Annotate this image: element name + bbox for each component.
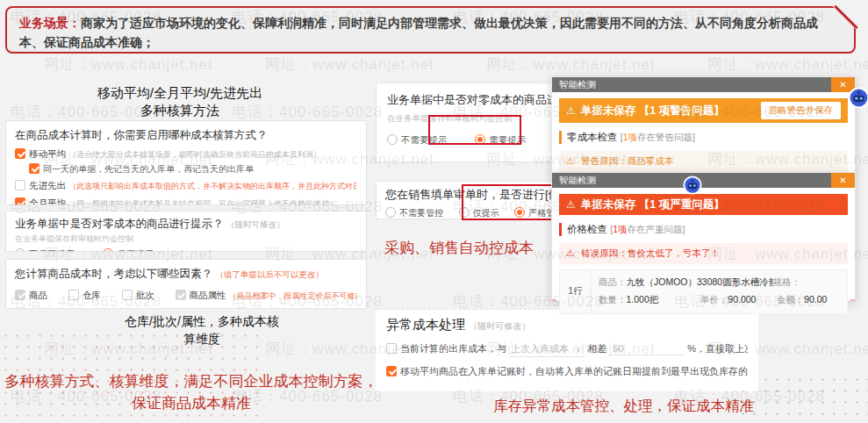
annotation-dimensions-line1: 仓库/批次/属性，多种成本核 bbox=[79, 313, 325, 331]
warning-count: 1项 bbox=[623, 132, 637, 142]
abnormal-row1-text1: 当前计算的出库成本，与 bbox=[400, 343, 506, 354]
difference-percent-input[interactable]: 50 bbox=[609, 343, 685, 355]
scenario-label: 业务场景： bbox=[19, 16, 81, 30]
warning-reason-box: ⚠ 警告原因：商品零成本 bbox=[559, 151, 848, 172]
option-moving-average[interactable]: 移动平均 （适合绝大部分成本核算场景，能即时准确反映当前商品的成本及利润） bbox=[15, 148, 357, 161]
radio-icon-no-prompt-middle[interactable] bbox=[387, 134, 398, 145]
factor-batch-label: 批次 bbox=[136, 290, 154, 300]
error-reason-text: 售价太低了，亏本了！ bbox=[628, 247, 720, 258]
factor-goods-label: 商品 bbox=[29, 290, 47, 300]
factor-goods[interactable]: 商品 bbox=[15, 290, 47, 300]
watermark-text: 网址：www.chanjet.net bbox=[707, 54, 868, 75]
annotation-dimensions-line2: 算维度 bbox=[79, 331, 325, 348]
robot-mascot-icon bbox=[848, 87, 868, 109]
ignore-and-save-button[interactable]: 忽略警告并保存 bbox=[761, 102, 842, 119]
screenshot-stage: 业务场景：商家为了适应市场环境的变化、保障利润精准，同时满足内部管理需求、做出最… bbox=[0, 0, 868, 423]
cost-basis-select[interactable]: 上次入库成本∨ bbox=[509, 342, 585, 357]
checkbox-moving-average[interactable] bbox=[15, 148, 25, 159]
error-warning-icon: ⚠ bbox=[566, 198, 576, 211]
radio-need-prompt[interactable]: 需要提示 bbox=[103, 248, 154, 252]
table-line-number: 1行 bbox=[560, 270, 592, 313]
radio-no-prompt[interactable]: 不需要提示 bbox=[15, 248, 75, 252]
radio-no-control[interactable]: 不需要管控 bbox=[385, 208, 443, 218]
table-row-line1: 商品：九牧（JOMOO）33080圆形水槽冷热龙头 规格： bbox=[599, 274, 840, 291]
qty-value: 1.000把 bbox=[627, 294, 659, 305]
spec-label: 规格： bbox=[773, 276, 801, 287]
zero-cost-panel-left: 业务单据中是否对零成本的商品进行提示？ （随时可修改） 在业务单据保存和审核时均… bbox=[5, 211, 367, 252]
annotation-scheme: 多种核算方式、核算维度，满足不同企业成本控制方案， 保证商品成本精准 bbox=[0, 371, 383, 414]
error-dialog-titlebar: 智能检测 ✕ bbox=[552, 173, 855, 188]
scenario-text: 商家为了适应市场环境的变化、保障利润精准，同时满足内部管理需求、做出最优决策，因… bbox=[19, 16, 818, 49]
price-check-line: 价格检查 [1项存在严重问题] bbox=[559, 223, 848, 236]
watermark-text: 网址：www.chanjet.net bbox=[486, 54, 656, 75]
option-fifo[interactable]: 先进先出 （此选项只影响出库成本取值的方式，并不解决实物的出库顺序，并且此种方式… bbox=[15, 180, 357, 192]
abnormal-heading: 异常成本处理 （随时可修改） bbox=[386, 317, 748, 333]
warning-dialog-body: ⚠ 单据未保存 【1 项警告问题】 忽略警告并保存 零成本检查 [1项存在警告问… bbox=[552, 92, 855, 172]
close-icon-2[interactable]: ✕ bbox=[831, 173, 855, 188]
price-value: 90.000 bbox=[728, 294, 756, 305]
checkbox-monthly-average[interactable] bbox=[15, 197, 25, 205]
warning-icon-small: ⚠ bbox=[566, 155, 574, 166]
cost-basis-select-value: 上次入库成本 bbox=[511, 343, 569, 354]
factor-title-note: （填了单据以后不可以更改） bbox=[215, 269, 324, 279]
zero-cost-title: 业务单据中是否对零成本的商品进行提示？ （随时可修改） bbox=[15, 217, 357, 232]
checkbox-warehouse[interactable] bbox=[68, 290, 79, 300]
option-monthly-average[interactable]: 全月平均 （同一期间内的出库成本和月末结存相同，可在一定程度上修正价格的波动） bbox=[15, 197, 357, 205]
product-value: 九牧（JOMOO）33080圆形水槽冷热龙头 bbox=[627, 276, 773, 287]
option-moving-average-label: 移动平均 bbox=[29, 148, 66, 159]
checkbox-same-day-order[interactable] bbox=[29, 163, 39, 174]
robot-mascot-icon-2 bbox=[683, 176, 702, 195]
radio-icon-need-prompt[interactable] bbox=[103, 248, 113, 252]
option-monthly-average-note: （同一期间内的出库成本和月末结存相同，可在一定程度上修正价格的波动） bbox=[68, 199, 337, 205]
factor-attribute[interactable]: 商品属性 bbox=[176, 290, 226, 300]
factor-options: 商品 仓库 批次 商品属性 （商品档案中，按属性定价后不可修改） ? bbox=[15, 290, 357, 302]
factor-title-text: 您计算商品成本时，考虑以下哪些因素？ bbox=[15, 268, 212, 280]
factor-attribute-note: （商品档案中，按属性定价后不可修改） bbox=[228, 291, 357, 300]
highlight-box-below-cost bbox=[462, 184, 558, 220]
factor-warehouse-label: 仓库 bbox=[82, 290, 101, 300]
bracket-close: 存在警告问题] bbox=[637, 132, 695, 142]
table-row: 商品：九牧（JOMOO）33080圆形水槽冷热龙头 规格： 数量：1.000把 … bbox=[592, 270, 847, 313]
checkbox-attribute[interactable] bbox=[176, 290, 186, 300]
error-dialog-body: ⚠ 单据未保存 【1 项严重问题】 价格检查 [1项存在严重问题] ⚠ 错误原因… bbox=[552, 188, 855, 314]
factor-warehouse[interactable]: 仓库 bbox=[68, 290, 101, 300]
radio-icon-no-prompt[interactable] bbox=[15, 248, 25, 252]
warning-dialog-title: 智能检测 bbox=[559, 79, 596, 90]
abnormal-row-1: 当前计算的出库成本，与 上次入库成本∨ 相差 50 %，直接取上次入库成本 （会… bbox=[386, 342, 748, 357]
checkbox-fifo[interactable] bbox=[15, 180, 25, 190]
zero-cost-radio-group-left: 不需要提示 需要提示 bbox=[15, 248, 357, 252]
checkbox-batch[interactable] bbox=[122, 290, 133, 300]
radio-icon-no-control[interactable] bbox=[385, 207, 396, 218]
annotation-scheme-line2: 保证商品成本精准 bbox=[0, 393, 383, 415]
price-check-name: 价格检查 bbox=[567, 224, 607, 234]
option-same-day-order-label: 同一天的单据，先记当天的入库单，再记当天的出库单 bbox=[43, 164, 254, 174]
option-moving-average-note: （适合绝大部分成本核算场景，能即时准确反映当前商品的成本及利润） bbox=[68, 150, 321, 159]
factor-batch[interactable]: 批次 bbox=[122, 290, 154, 300]
error-icon-small: ⚠ bbox=[566, 247, 574, 258]
error-banner: ⚠ 单据未保存 【1 项严重问题】 bbox=[559, 194, 848, 215]
smart-check-warning-dialog: 智能检测 ✕ ⚠ 单据未保存 【1 项警告问题】 忽略警告并保存 零成本检查 [… bbox=[551, 76, 856, 174]
option-monthly-average-label: 全月平均 bbox=[29, 197, 66, 205]
warning-banner: ⚠ 单据未保存 【1 项警告问题】 忽略警告并保存 bbox=[559, 98, 848, 123]
radio-need-prompt-label: 需要提示 bbox=[117, 248, 154, 252]
checkbox-cost-difference[interactable] bbox=[386, 343, 397, 354]
abnormal-row-2: 移动平均商品在入库单记账时，自动将入库单的记账日期提前到最早出现负库存的单据之前… bbox=[386, 365, 748, 378]
warning-reason-label: 警告原因： bbox=[581, 155, 628, 166]
factor-title: 您计算商品成本时，考虑以下哪些因素？ （填了单据以后不可以更改） bbox=[15, 267, 357, 282]
annotation-auto-control: 采购、销售自动控成本 bbox=[384, 238, 534, 260]
table-row-line2: 数量：1.000把 单价：90.000 金额：90.00 bbox=[599, 291, 840, 309]
amount-label: 金额： bbox=[777, 294, 805, 305]
annotation-methods-line2: 多种核算方法 bbox=[26, 102, 334, 119]
checkbox-goods[interactable] bbox=[15, 290, 25, 300]
checkbox-backdate-inbound[interactable] bbox=[386, 366, 397, 376]
product-label: 商品： bbox=[599, 276, 627, 287]
zero-cost-check-name: 零成本检查 bbox=[567, 132, 618, 142]
option-fifo-note: （此选项只影响出库成本取值的方式，并不解决实物的出库顺序，并且此种方式对日常出入… bbox=[68, 182, 357, 190]
warning-banner-text: 单据未保存 【1 项警告问题】 bbox=[581, 104, 725, 118]
annotation-methods-line1: 移动平均/全月平均/先进先出 bbox=[26, 84, 334, 102]
error-detail-table: 1行 商品：九牧（JOMOO）33080圆形水槽冷热龙头 规格： 数量：1.00… bbox=[559, 269, 848, 314]
watermark-text: 网址：www.chanjet.net bbox=[265, 54, 434, 75]
option-same-day-order[interactable]: 同一天的单据，先记当天的入库单，再记当天的出库单 bbox=[15, 163, 357, 176]
factor-attribute-label: 商品属性 bbox=[190, 290, 226, 300]
amount-value: 90.00 bbox=[804, 294, 827, 305]
